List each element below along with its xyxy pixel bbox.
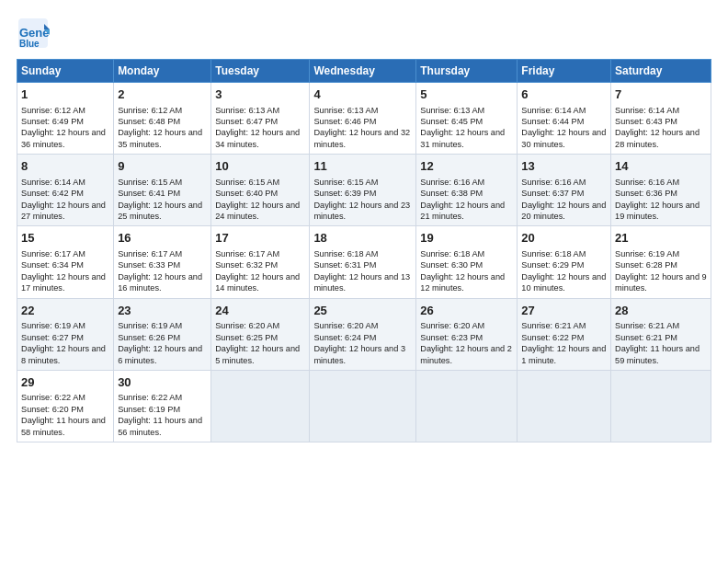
calendar-cell: 22 Sunrise: 6:19 AM Sunset: 6:27 PM Dayl… xyxy=(17,298,114,370)
sunset-text: Sunset: 6:31 PM xyxy=(313,260,376,270)
daylight-text: Daylight: 12 hours and 8 minutes. xyxy=(21,344,106,364)
day-number: 7 xyxy=(615,86,707,103)
day-number: 3 xyxy=(215,86,305,103)
sunrise-text: Sunrise: 6:17 AM xyxy=(118,249,182,259)
day-number: 21 xyxy=(615,230,707,247)
svg-text:Blue: Blue xyxy=(19,39,40,49)
daylight-text: Daylight: 12 hours and 10 minutes. xyxy=(521,272,606,293)
calendar-row: 1 Sunrise: 6:12 AM Sunset: 6:49 PM Dayli… xyxy=(17,83,711,155)
day-number: 25 xyxy=(313,303,412,319)
calendar-cell: 3 Sunrise: 6:13 AM Sunset: 6:47 PM Dayli… xyxy=(211,83,310,155)
page: General Blue Sunday Monday Tuesday Wedne… xyxy=(0,0,728,563)
daylight-text: Daylight: 12 hours and 34 minutes. xyxy=(215,128,300,148)
sunset-text: Sunset: 6:46 PM xyxy=(313,117,376,126)
sunset-text: Sunset: 6:34 PM xyxy=(21,260,84,270)
sunrise-text: Sunrise: 6:16 AM xyxy=(615,178,679,187)
day-number: 28 xyxy=(615,303,707,319)
sunrise-text: Sunrise: 6:18 AM xyxy=(313,249,378,259)
daylight-text: Daylight: 11 hours and 59 minutes. xyxy=(615,344,700,364)
day-number: 12 xyxy=(420,158,513,175)
sunset-text: Sunset: 6:22 PM xyxy=(521,333,584,342)
calendar-cell: 14 Sunrise: 6:16 AM Sunset: 6:36 PM Dayl… xyxy=(611,155,711,226)
col-wednesday: Wednesday xyxy=(310,60,416,83)
calendar-cell: 17 Sunrise: 6:17 AM Sunset: 6:32 PM Dayl… xyxy=(211,226,310,298)
day-number: 10 xyxy=(215,158,305,175)
daylight-text: Daylight: 12 hours and 14 minutes. xyxy=(215,272,300,293)
col-sunday: Sunday xyxy=(17,60,114,83)
sunrise-text: Sunrise: 6:16 AM xyxy=(521,178,586,187)
calendar-cell xyxy=(518,370,611,442)
day-number: 29 xyxy=(21,374,109,391)
logo: General Blue xyxy=(17,17,50,50)
calendar-cell: 12 Sunrise: 6:16 AM Sunset: 6:38 PM Dayl… xyxy=(416,155,518,226)
calendar-cell: 8 Sunrise: 6:14 AM Sunset: 6:42 PM Dayli… xyxy=(17,155,114,226)
day-number: 9 xyxy=(118,158,207,175)
sunrise-text: Sunrise: 6:12 AM xyxy=(21,106,85,115)
day-number: 5 xyxy=(420,86,513,103)
calendar-cell: 13 Sunrise: 6:16 AM Sunset: 6:37 PM Dayl… xyxy=(518,155,611,226)
calendar-cell xyxy=(611,370,711,442)
daylight-text: Daylight: 12 hours and 17 minutes. xyxy=(21,272,106,293)
sunset-text: Sunset: 6:26 PM xyxy=(118,333,180,342)
calendar-cell: 9 Sunrise: 6:15 AM Sunset: 6:41 PM Dayli… xyxy=(114,155,211,226)
daylight-text: Daylight: 12 hours and 9 minutes. xyxy=(615,272,707,293)
day-number: 16 xyxy=(118,230,207,247)
daylight-text: Daylight: 12 hours and 31 minutes. xyxy=(420,128,505,148)
sunrise-text: Sunrise: 6:20 AM xyxy=(420,321,484,330)
daylight-text: Daylight: 12 hours and 36 minutes. xyxy=(21,128,106,148)
sunrise-text: Sunrise: 6:21 AM xyxy=(521,321,586,330)
logo-icon: General Blue xyxy=(17,17,50,50)
day-number: 22 xyxy=(21,303,109,319)
sunrise-text: Sunrise: 6:18 AM xyxy=(521,249,586,259)
sunrise-text: Sunrise: 6:19 AM xyxy=(615,249,679,259)
col-thursday: Thursday xyxy=(416,60,518,83)
sunrise-text: Sunrise: 6:16 AM xyxy=(420,178,484,187)
sunset-text: Sunset: 6:41 PM xyxy=(118,189,180,198)
day-number: 11 xyxy=(313,158,412,175)
daylight-text: Daylight: 12 hours and 6 minutes. xyxy=(118,344,202,364)
calendar-cell: 6 Sunrise: 6:14 AM Sunset: 6:44 PM Dayli… xyxy=(518,83,611,155)
sunset-text: Sunset: 6:45 PM xyxy=(420,117,483,126)
calendar-cell: 2 Sunrise: 6:12 AM Sunset: 6:48 PM Dayli… xyxy=(114,83,211,155)
sunset-text: Sunset: 6:47 PM xyxy=(215,117,278,126)
sunrise-text: Sunrise: 6:12 AM xyxy=(118,106,182,115)
calendar-cell: 1 Sunrise: 6:12 AM Sunset: 6:49 PM Dayli… xyxy=(17,83,114,155)
daylight-text: Daylight: 12 hours and 19 minutes. xyxy=(615,201,700,221)
col-friday: Friday xyxy=(518,60,611,83)
calendar-cell: 25 Sunrise: 6:20 AM Sunset: 6:24 PM Dayl… xyxy=(310,298,416,370)
sunset-text: Sunset: 6:24 PM xyxy=(313,333,376,342)
daylight-text: Daylight: 12 hours and 23 minutes. xyxy=(313,201,410,221)
col-monday: Monday xyxy=(114,60,211,83)
sunrise-text: Sunrise: 6:17 AM xyxy=(215,249,279,259)
calendar-cell: 24 Sunrise: 6:20 AM Sunset: 6:25 PM Dayl… xyxy=(211,298,310,370)
calendar-cell: 18 Sunrise: 6:18 AM Sunset: 6:31 PM Dayl… xyxy=(310,226,416,298)
calendar-cell: 28 Sunrise: 6:21 AM Sunset: 6:21 PM Dayl… xyxy=(611,298,711,370)
day-number: 1 xyxy=(21,86,109,103)
daylight-text: Daylight: 12 hours and 25 minutes. xyxy=(118,201,202,221)
calendar-row: 22 Sunrise: 6:19 AM Sunset: 6:27 PM Dayl… xyxy=(17,298,711,370)
sunset-text: Sunset: 6:29 PM xyxy=(521,260,584,270)
sunrise-text: Sunrise: 6:22 AM xyxy=(118,393,182,402)
daylight-text: Daylight: 12 hours and 20 minutes. xyxy=(521,201,606,221)
sunrise-text: Sunrise: 6:14 AM xyxy=(521,106,586,115)
day-number: 8 xyxy=(21,158,109,175)
sunset-text: Sunset: 6:20 PM xyxy=(21,405,84,414)
sunset-text: Sunset: 6:19 PM xyxy=(118,405,180,414)
calendar-cell: 7 Sunrise: 6:14 AM Sunset: 6:43 PM Dayli… xyxy=(611,83,711,155)
sunset-text: Sunset: 6:44 PM xyxy=(521,117,584,126)
calendar-row: 15 Sunrise: 6:17 AM Sunset: 6:34 PM Dayl… xyxy=(17,226,711,298)
header: General Blue xyxy=(17,17,711,50)
daylight-text: Daylight: 12 hours and 12 minutes. xyxy=(420,272,505,293)
sunset-text: Sunset: 6:49 PM xyxy=(21,117,84,126)
day-number: 20 xyxy=(521,230,607,247)
daylight-text: Daylight: 12 hours and 13 minutes. xyxy=(313,272,410,293)
daylight-text: Daylight: 12 hours and 32 minutes. xyxy=(313,128,410,148)
day-number: 27 xyxy=(521,303,607,319)
sunset-text: Sunset: 6:25 PM xyxy=(215,333,278,342)
sunset-text: Sunset: 6:36 PM xyxy=(615,189,677,198)
sunrise-text: Sunrise: 6:13 AM xyxy=(420,106,484,115)
daylight-text: Daylight: 12 hours and 24 minutes. xyxy=(215,201,300,221)
calendar-header-row: Sunday Monday Tuesday Wednesday Thursday… xyxy=(17,60,711,83)
calendar-cell: 10 Sunrise: 6:15 AM Sunset: 6:40 PM Dayl… xyxy=(211,155,310,226)
calendar-cell: 29 Sunrise: 6:22 AM Sunset: 6:20 PM Dayl… xyxy=(17,370,114,442)
